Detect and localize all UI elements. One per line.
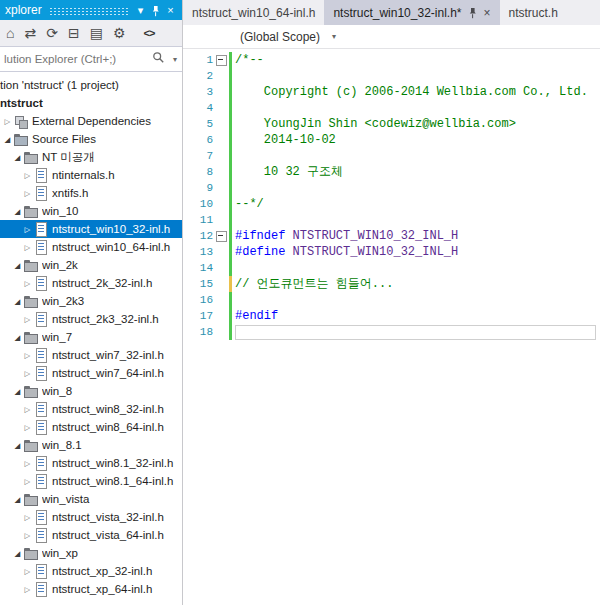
tree-item[interactable]: ▷ntstruct_xp_64-inl.h [0,580,182,598]
expanded-arrow-icon[interactable]: ◢ [12,495,23,504]
search-input[interactable] [0,53,152,65]
code-line[interactable]: 5 YoungJin Shin <codewiz@wellbia.com> [183,116,600,132]
code-line[interactable]: 2 [183,68,600,84]
home-icon[interactable]: ⌂ [6,26,14,40]
search-options-chevron-icon[interactable]: ▾ [168,55,182,64]
collapsed-arrow-icon[interactable]: ▷ [22,513,33,522]
tree-item[interactable]: ▷ntstruct_win7_64-inl.h [0,364,182,382]
tree-item[interactable]: ▷ntstruct_win8.1_32-inl.h [0,454,182,472]
expanded-arrow-icon[interactable]: ◢ [12,153,23,162]
collapse-all-icon[interactable]: ⊟ [68,26,80,40]
document-tab[interactable]: ntstruct.h [500,0,567,25]
search-box[interactable]: ▾ [0,46,182,72]
code-area[interactable]: 1/*--23 Copyright (c) 2006-2014 Wellbia.… [183,49,600,605]
expanded-arrow-icon[interactable]: ◢ [12,207,23,216]
tree-item[interactable]: ▷ntstruct_win8.1_64-inl.h [0,472,182,490]
tree-item[interactable]: ▷ntstruct_win8_64-inl.h [0,418,182,436]
expanded-arrow-icon[interactable]: ◢ [12,387,23,396]
code-line[interactable]: 17#endif [183,308,600,324]
collapsed-arrow-icon[interactable]: ▷ [22,243,33,252]
fold-collapse-icon[interactable] [213,55,229,66]
code-line[interactable]: 7 [183,148,600,164]
tree-item[interactable]: ◢win_2k3 [0,292,182,310]
tree-item[interactable]: ▷ntstruct_win7_32-inl.h [0,346,182,364]
collapsed-arrow-icon[interactable]: ▷ [22,459,33,468]
tree-item[interactable]: ▷ntstruct_vista_64-inl.h [0,526,182,544]
expanded-arrow-icon[interactable]: ◢ [12,261,23,270]
code-line[interactable]: 1/*-- [183,52,600,68]
code-line[interactable]: 10--*/ [183,196,600,212]
collapsed-arrow-icon[interactable]: ▷ [22,369,33,378]
code-line[interactable]: 3 Copyright (c) 2006-2014 Wellbia.com Co… [183,84,600,100]
collapsed-arrow-icon[interactable]: ▷ [22,189,33,198]
tree-item[interactable]: ▷ntinternals.h [0,166,182,184]
expanded-arrow-icon[interactable]: ◢ [12,333,23,342]
code-line[interactable]: 15// 언도큐먼트는 힘들어... [183,276,600,292]
collapsed-arrow-icon[interactable]: ▷ [2,117,13,126]
code-line[interactable]: 14 [183,260,600,276]
collapsed-arrow-icon[interactable]: ▷ [22,531,33,540]
close-icon[interactable]: × [163,0,178,20]
fold-collapse-icon[interactable] [213,231,229,242]
collapsed-arrow-icon[interactable]: ▷ [22,171,33,180]
tree-item[interactable]: ◢NT 미공개 [0,148,182,166]
tree-item[interactable]: ◢win_7 [0,328,182,346]
collapsed-arrow-icon[interactable]: ▷ [22,315,33,324]
code-line[interactable]: 12#ifndef NTSTRUCT_WIN10_32_INL_H [183,228,600,244]
pin-icon[interactable] [148,0,163,20]
code-line[interactable]: 16 [183,292,600,308]
tree-item[interactable]: ▷ntstruct_win8_32-inl.h [0,400,182,418]
document-tab[interactable]: ntstruct_win10_64-inl.h [183,0,324,25]
navigation-bar[interactable]: (Global Scope) ▾ [183,25,600,49]
pin-tab-icon[interactable] [468,7,477,19]
code-line[interactable]: 8 10 32 구조체 [183,164,600,180]
tree-item[interactable]: ◢win_xp [0,544,182,562]
tree-item[interactable]: ◢win_vista [0,490,182,508]
collapsed-arrow-icon[interactable]: ▷ [22,567,33,576]
collapsed-arrow-icon[interactable]: ▷ [22,585,33,594]
code-line[interactable]: 18 [183,324,600,340]
properties-icon[interactable]: ⚙ [113,26,126,40]
code-line[interactable]: 4 [183,100,600,116]
tree-item[interactable]: ▷ntstruct_2k3_32-inl.h [0,310,182,328]
expanded-arrow-icon[interactable]: ◢ [12,297,23,306]
solution-explorer-titlebar[interactable]: xplorer ▾ × [0,0,182,20]
code-line[interactable]: 11 [183,212,600,228]
tree-item[interactable]: ◢win_2k [0,256,182,274]
close-tab-icon[interactable]: × [483,6,490,20]
tree-item[interactable]: ▷ntstruct_vista_32-inl.h [0,508,182,526]
collapsed-arrow-icon[interactable]: ▷ [22,279,33,288]
tree-item[interactable]: ▷ntstruct_win10_32-inl.h [0,220,182,238]
window-position-icon[interactable]: ▾ [133,0,148,20]
code-line[interactable]: 9 [183,180,600,196]
search-icon[interactable] [152,50,168,68]
expanded-arrow-icon[interactable]: ◢ [12,441,23,450]
code-line[interactable]: 13#define NTSTRUCT_WIN10_32_INL_H [183,244,600,260]
tree-item[interactable]: ◢win_10 [0,202,182,220]
tree-item[interactable]: ▷ntstruct_xp_32-inl.h [0,562,182,580]
tree-item[interactable]: ◢win_8 [0,382,182,400]
scope-dropdown-chevron-icon[interactable]: ▾ [332,32,336,41]
collapsed-arrow-icon[interactable]: ▷ [22,423,33,432]
expanded-arrow-icon[interactable]: ◢ [2,135,13,144]
tree-item[interactable]: ▷ntstruct_win10_64-inl.h [0,238,182,256]
show-all-files-icon[interactable]: ▤ [90,26,103,40]
scope-dropdown[interactable]: (Global Scope) [240,30,320,44]
tree-item[interactable]: ▷ntstruct_2k_32-inl.h [0,274,182,292]
tree-item[interactable]: ▷External Dependencies [0,112,182,130]
tree-item[interactable]: ◢win_8.1 [0,436,182,454]
document-tab[interactable]: ntstruct_win10_32-inl.h*× [324,0,499,25]
preview-code-icon[interactable]: <> [143,28,154,39]
tree-item[interactable]: ntstruct [0,94,182,112]
refresh-icon[interactable]: ⟳ [46,26,58,40]
tree-item[interactable]: tion 'ntstruct' (1 project) [0,76,182,94]
collapsed-arrow-icon[interactable]: ▷ [22,225,33,234]
tree-item[interactable]: ▷xntifs.h [0,184,182,202]
tree-item[interactable]: ◢Source Files [0,130,182,148]
collapsed-arrow-icon[interactable]: ▷ [22,477,33,486]
collapsed-arrow-icon[interactable]: ▷ [22,405,33,414]
expanded-arrow-icon[interactable]: ◢ [12,549,23,558]
collapsed-arrow-icon[interactable]: ▷ [22,351,33,360]
switch-views-icon[interactable]: ⇄ [24,26,36,40]
code-line[interactable]: 6 2014-10-02 [183,132,600,148]
